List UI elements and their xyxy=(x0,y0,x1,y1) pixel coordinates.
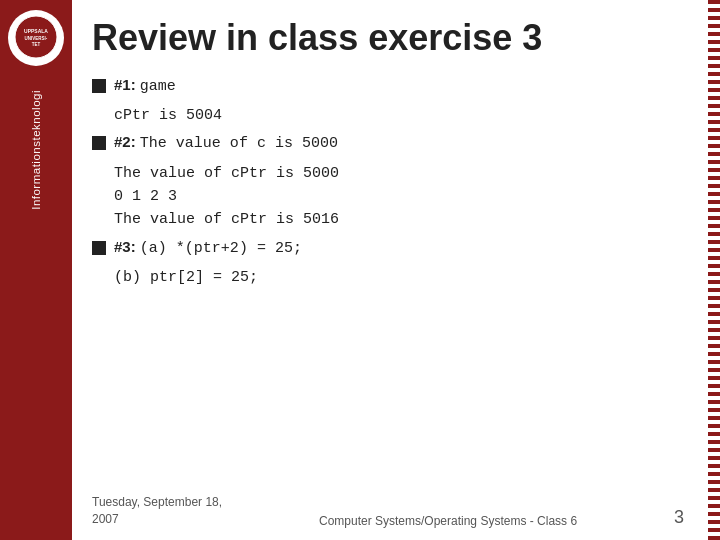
svg-text:UNIVERSI-: UNIVERSI- xyxy=(25,36,48,41)
item2-sub2: 0 1 2 3 xyxy=(114,185,684,208)
main-content: Review in class exercise 3 #1: game cPtr… xyxy=(72,0,708,540)
footer-page: 3 xyxy=(674,507,684,528)
item2-inline: The value of c is 5000 xyxy=(140,135,338,152)
list-item: #2: The value of c is 5000 xyxy=(92,133,684,156)
item3-label: #3: xyxy=(114,238,136,255)
list-item: #1: game xyxy=(92,76,684,99)
sidebar: UPPSALA UNIVERSI- TET Informationsteknol… xyxy=(0,0,72,540)
slide-title: Review in class exercise 3 xyxy=(92,18,684,58)
item2-sub1: The value of cPtr is 5000 xyxy=(114,162,684,185)
item1-sublines: cPtr is 5004 xyxy=(114,104,684,127)
item3-inline: (a) *(ptr+2) = 25; xyxy=(140,240,302,257)
svg-text:UPPSALA: UPPSALA xyxy=(24,28,48,34)
footer-course: Computer Systems/Operating Systems - Cla… xyxy=(319,514,577,528)
logo: UPPSALA UNIVERSI- TET xyxy=(8,10,64,66)
bullet-icon xyxy=(92,79,106,93)
item1-sub1: cPtr is 5004 xyxy=(114,104,684,127)
sidebar-label: Informationsteknologi xyxy=(30,90,42,210)
list-item: #3: (a) *(ptr+2) = 25; xyxy=(92,238,684,261)
footer: Tuesday, September 18,2007 Computer Syst… xyxy=(92,494,684,528)
logo-text: UPPSALA UNIVERSI- TET xyxy=(14,15,58,61)
item1-inline: game xyxy=(140,78,176,95)
footer-date: Tuesday, September 18,2007 xyxy=(92,494,222,528)
svg-text:TET: TET xyxy=(32,42,41,47)
bullet-icon xyxy=(92,241,106,255)
right-border-decoration xyxy=(708,0,720,540)
bullet-icon xyxy=(92,136,106,150)
item2-label: #2: xyxy=(114,133,136,150)
item1-label: #1: xyxy=(114,76,136,93)
content-area: #1: game cPtr is 5004 #2: The value of c… xyxy=(92,76,684,485)
item2-sub3: The value of cPtr is 5016 xyxy=(114,208,684,231)
item3-sub1: (b) ptr[2] = 25; xyxy=(114,266,684,289)
item2-sublines: The value of cPtr is 5000 0 1 2 3 The va… xyxy=(114,162,684,232)
item3-sublines: (b) ptr[2] = 25; xyxy=(114,266,684,289)
